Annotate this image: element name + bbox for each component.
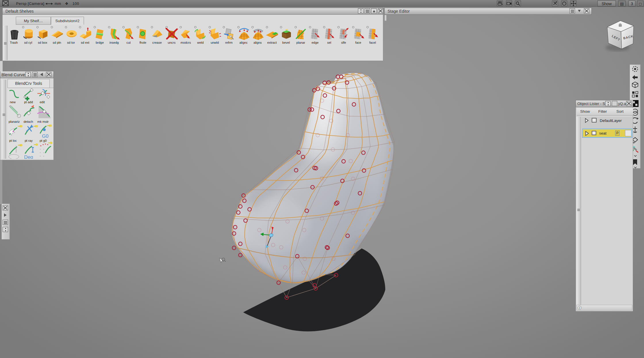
svg-text:edit: edit	[40, 100, 45, 104]
svg-text:Deg: Deg	[24, 154, 33, 159]
svg-text:G0: G0	[42, 133, 49, 139]
svg-text:mk mstr: mk mstr	[37, 120, 49, 123]
svg-text:pt ray: pt ray	[25, 139, 33, 142]
svg-text:planariz: planariz	[9, 120, 20, 123]
svg-text:pt add: pt add	[24, 100, 33, 104]
svg-text:pt g0: pt g0	[40, 139, 47, 142]
svg-text:new: new	[10, 100, 16, 104]
svg-text:detach: detach	[24, 120, 33, 123]
svg-text:pt loc: pt loc	[9, 139, 17, 142]
